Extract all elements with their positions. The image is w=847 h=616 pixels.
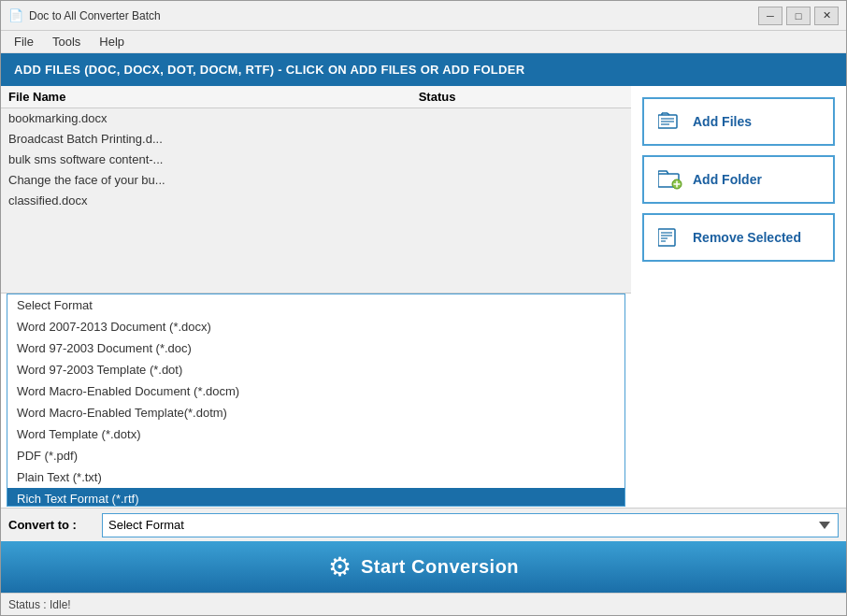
file-status [419, 132, 624, 146]
add-files-label: Add Files [693, 114, 752, 129]
title-bar: 📄 Doc to All Converter Batch ─ □ ✕ [1, 1, 846, 31]
file-row[interactable]: bulk sms software content-... [1, 150, 631, 170]
minimize-button[interactable]: ─ [758, 7, 782, 25]
file-name: bookmarking.docx [8, 111, 419, 125]
file-status [419, 193, 624, 208]
remove-selected-label: Remove Selected [693, 230, 801, 245]
menu-tools[interactable]: Tools [43, 33, 90, 50]
app-icon: 📄 [8, 8, 23, 23]
dropdown-option[interactable]: Rich Text Format (*.rtf) [7, 488, 624, 507]
title-left: 📄 Doc to All Converter Batch [8, 8, 161, 23]
file-row[interactable]: bookmarking.docx [1, 108, 631, 129]
dropdown-option[interactable]: Word 97-2003 Document (*.doc) [7, 337, 624, 359]
file-list-header: File Name Status [1, 86, 631, 108]
add-folder-button[interactable]: Add Folder [642, 155, 835, 204]
add-files-button[interactable]: Add Files [642, 97, 835, 146]
maximize-button[interactable]: □ [786, 7, 811, 25]
add-folder-icon [657, 169, 683, 190]
file-status [419, 152, 624, 166]
dropdown-option[interactable]: Word Macro-Enabled Document (*.docm) [7, 380, 624, 402]
file-row[interactable]: Broadcast Batch Printing.d... [1, 129, 631, 150]
start-conversion-label: Start Conversion [361, 556, 519, 578]
remove-selected-icon [657, 227, 683, 248]
file-list-rows[interactable]: bookmarking.docxBroadcast Batch Printing… [1, 108, 631, 293]
file-area: File Name Status bookmarking.docxBroadca… [1, 86, 631, 508]
status-bar: Status : Idle! [1, 593, 846, 615]
dropdown-option[interactable]: Select Format [7, 294, 624, 316]
app-window: 📄 Doc to All Converter Batch ─ □ ✕ File … [1, 1, 846, 615]
file-name: Broadcast Batch Printing.d... [8, 132, 419, 146]
menu-bar: File Tools Help [1, 31, 846, 53]
dropdown-option[interactable]: Plain Text (*.txt) [7, 466, 624, 488]
dropdown-option[interactable]: Word 2007-2013 Document (*.docx) [7, 316, 624, 337]
add-folder-label: Add Folder [693, 172, 762, 187]
file-name: bulk sms software content-... [8, 152, 419, 166]
menu-file[interactable]: File [5, 33, 43, 50]
title-controls: ─ □ ✕ [758, 7, 839, 25]
svg-rect-12 [658, 229, 675, 246]
file-name: classified.docx [8, 193, 419, 208]
file-row[interactable]: Change the face of your bu... [1, 170, 631, 191]
convert-to-label: Convert to : [8, 518, 93, 532]
file-status [419, 111, 624, 125]
convert-row: Convert to : Select FormatWord 2007-2013… [1, 508, 846, 541]
remove-selected-button[interactable]: Remove Selected [642, 213, 835, 262]
dropdown-option[interactable]: Word Macro-Enabled Template(*.dotm) [7, 402, 624, 423]
start-conversion-button[interactable]: ⚙ Start Conversion [1, 541, 846, 593]
file-name: Change the face of your bu... [8, 173, 419, 187]
dropdown-option[interactable]: Word 97-2003 Template (*.dot) [7, 359, 624, 380]
header-text: ADD FILES (DOC, DOCX, DOT, DOCM, RTF) - … [14, 63, 524, 77]
header-banner: ADD FILES (DOC, DOCX, DOT, DOCM, RTF) - … [1, 53, 846, 86]
dropdown-option[interactable]: Word Template (*.dotx) [7, 423, 624, 445]
dropdown-popup: Select FormatWord 2007-2013 Document (*.… [7, 294, 625, 507]
file-status [419, 173, 624, 187]
add-files-icon [657, 111, 683, 132]
content-section: File Name Status bookmarking.docxBroadca… [1, 86, 846, 508]
title-text: Doc to All Converter Batch [29, 9, 161, 22]
col-filename: File Name [8, 90, 419, 104]
dropdown-area: Select FormatWord 2007-2013 Document (*.… [1, 293, 631, 508]
dropdown-option[interactable]: PDF (*.pdf) [7, 445, 624, 466]
gear-icon: ⚙ [328, 552, 352, 582]
col-status: Status [419, 90, 624, 104]
convert-to-select[interactable]: Select FormatWord 2007-2013 Document (*.… [102, 513, 839, 537]
status-text: Status : Idle! [8, 598, 71, 611]
file-row[interactable]: classified.docx [1, 191, 631, 211]
menu-help[interactable]: Help [90, 33, 134, 50]
close-button[interactable]: ✕ [814, 7, 839, 25]
right-panel: Add Files Add Folder [631, 86, 846, 508]
